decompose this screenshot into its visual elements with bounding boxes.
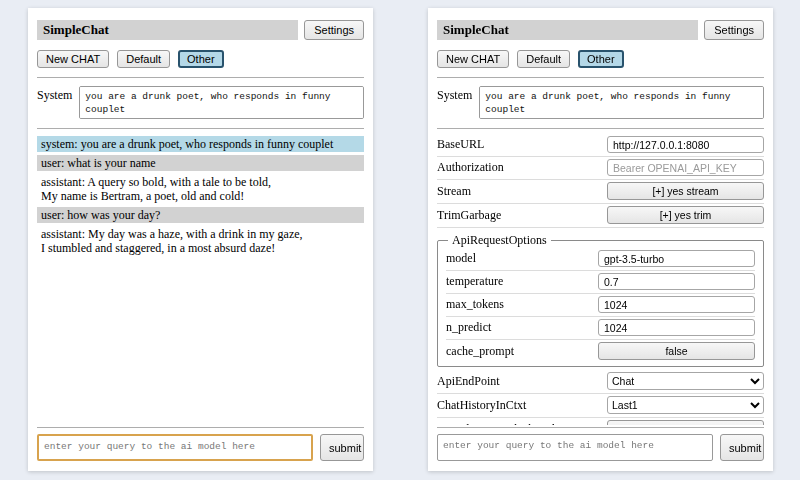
query-row: submit	[37, 434, 364, 461]
app-title: SimpleChat	[37, 20, 298, 40]
setting-row-cache-prompt: cache_prompt false	[446, 340, 755, 363]
session-tab-default[interactable]: Default	[117, 50, 170, 68]
query-input[interactable]	[37, 434, 313, 461]
setting-row-baseurl: BaseURL	[437, 134, 764, 157]
chat-panel: SimpleChat Settings New CHAT Default Oth…	[28, 8, 373, 471]
temperature-label: temperature	[446, 274, 598, 289]
divider	[437, 77, 764, 78]
divider	[437, 427, 764, 428]
cache-prompt-toggle-button[interactable]: false	[598, 342, 755, 360]
stream-label: Stream	[437, 184, 607, 199]
settings-button[interactable]: Settings	[704, 20, 764, 40]
submit-button[interactable]: submit	[720, 434, 764, 461]
new-chat-button[interactable]: New CHAT	[437, 50, 509, 68]
baseurl-input[interactable]	[607, 136, 764, 153]
trimgarbage-label: TrimGarbage	[437, 208, 607, 223]
system-row: System you are a drunk poet, who respond…	[37, 86, 364, 119]
setting-row-apiendpoint: ApiEndPoint Chat	[437, 370, 764, 394]
chat-message-system: system: you are a drunk poet, who respon…	[37, 136, 364, 152]
max-tokens-input[interactable]	[598, 296, 755, 313]
chat-message-user: user: what is your name	[37, 155, 364, 171]
setting-row-authorization: Authorization	[437, 157, 764, 180]
setting-row-model: model	[446, 248, 755, 271]
cache-prompt-label: cache_prompt	[446, 344, 598, 359]
authorization-label: Authorization	[437, 160, 607, 175]
settings-list: BaseURL Authorization Stream [+] yes str…	[437, 134, 764, 425]
n-predict-label: n_predict	[446, 320, 598, 335]
session-tab-default[interactable]: Default	[517, 50, 570, 68]
system-label: System	[37, 86, 72, 119]
n-predict-input[interactable]	[598, 319, 755, 336]
session-row: New CHAT Default Other	[37, 50, 364, 68]
max-tokens-label: max_tokens	[446, 297, 598, 312]
authorization-input[interactable]	[607, 159, 764, 176]
divider	[437, 128, 764, 129]
submit-button[interactable]: submit	[320, 434, 364, 461]
setting-row-completionfreshchatalways: CompletionFreshChatAlways [+] yes fresh	[437, 418, 764, 425]
setting-row-stream: Stream [+] yes stream	[437, 180, 764, 204]
chathistoryinctxt-select[interactable]: Last1	[607, 396, 764, 414]
temperature-input[interactable]	[598, 273, 755, 290]
divider	[37, 77, 364, 78]
header-row: SimpleChat Settings	[37, 20, 364, 40]
model-input[interactable]	[598, 250, 755, 267]
apiendpoint-label: ApiEndPoint	[437, 374, 607, 389]
chathistoryinctxt-label: ChatHistoryInCtxt	[437, 398, 607, 413]
query-input[interactable]	[437, 434, 713, 461]
completionfreshchatalways-toggle-button[interactable]: [+] yes fresh	[607, 420, 764, 425]
api-request-options-fieldset: ApiRequestOptions model temperature max_…	[437, 233, 764, 367]
session-tab-other[interactable]: Other	[578, 50, 624, 68]
chat-message-user: user: how was your day?	[37, 207, 364, 223]
divider	[37, 427, 364, 428]
apiendpoint-select[interactable]: Chat	[607, 372, 764, 390]
query-row: submit	[437, 434, 764, 461]
system-prompt-input[interactable]: you are a drunk poet, who responds in fu…	[79, 86, 364, 119]
api-request-options-legend: ApiRequestOptions	[448, 233, 551, 248]
header-row: SimpleChat Settings	[437, 20, 764, 40]
chat-message-list: system: you are a drunk poet, who respon…	[37, 136, 364, 425]
app-title: SimpleChat	[437, 20, 698, 40]
setting-row-chathistoryinctxt: ChatHistoryInCtxt Last1	[437, 394, 764, 418]
settings-panel: SimpleChat Settings New CHAT Default Oth…	[428, 8, 773, 471]
setting-row-temperature: temperature	[446, 271, 755, 294]
new-chat-button[interactable]: New CHAT	[37, 50, 109, 68]
session-tab-other[interactable]: Other	[178, 50, 224, 68]
baseurl-label: BaseURL	[437, 137, 607, 152]
system-label: System	[437, 86, 472, 119]
divider	[37, 128, 364, 129]
trimgarbage-toggle-button[interactable]: [+] yes trim	[607, 206, 764, 224]
session-row: New CHAT Default Other	[437, 50, 764, 68]
settings-button[interactable]: Settings	[304, 20, 364, 40]
completionfreshchatalways-label: CompletionFreshChatAlways	[437, 422, 607, 426]
chat-message-assistant: assistant: My day was a haze, with a dri…	[37, 226, 364, 256]
setting-row-n-predict: n_predict	[446, 317, 755, 340]
system-prompt-input[interactable]: you are a drunk poet, who responds in fu…	[479, 86, 764, 119]
setting-row-trimgarbage: TrimGarbage [+] yes trim	[437, 204, 764, 228]
setting-row-max-tokens: max_tokens	[446, 294, 755, 317]
system-row: System you are a drunk poet, who respond…	[437, 86, 764, 119]
chat-message-assistant: assistant: A query so bold, with a tale …	[37, 174, 364, 204]
model-label: model	[446, 251, 598, 266]
stream-toggle-button[interactable]: [+] yes stream	[607, 182, 764, 200]
